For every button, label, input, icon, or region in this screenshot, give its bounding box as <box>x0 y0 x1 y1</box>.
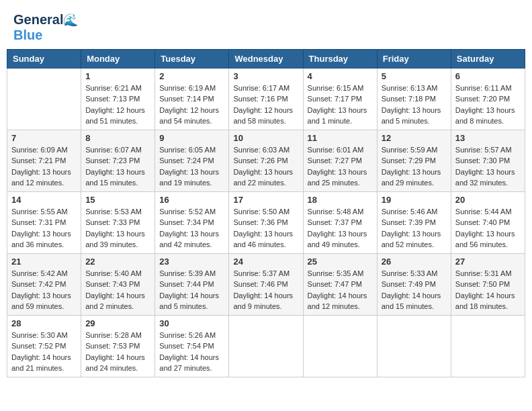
day-info: Sunrise: 6:11 AMSunset: 7:20 PMDaylight:… <box>455 83 521 127</box>
day-number: 7 <box>11 133 77 143</box>
day-info: Sunrise: 6:09 AMSunset: 7:21 PMDaylight:… <box>11 144 77 189</box>
day-info: Sunrise: 5:53 AMSunset: 7:33 PMDaylight:… <box>85 206 150 250</box>
weekday-header-thursday: Thursday <box>303 49 377 68</box>
day-info: Sunrise: 6:19 AMSunset: 7:14 PMDaylight:… <box>159 83 224 127</box>
day-info: Sunrise: 5:59 AMSunset: 7:29 PMDaylight:… <box>382 144 447 189</box>
page-header: General🌊 Blue <box>7 7 525 45</box>
calendar-cell: 4Sunrise: 6:15 AMSunset: 7:17 PMDaylight… <box>303 68 377 130</box>
day-info: Sunrise: 5:39 AMSunset: 7:44 PMDaylight:… <box>159 268 224 312</box>
day-number: 18 <box>308 195 373 205</box>
logo-text: General🌊 Blue <box>13 12 78 42</box>
weekday-header-friday: Friday <box>377 49 451 68</box>
day-info: Sunrise: 6:13 AMSunset: 7:18 PMDaylight:… <box>382 83 447 127</box>
calendar-cell <box>7 68 81 130</box>
weekday-header-monday: Monday <box>81 49 155 68</box>
day-info: Sunrise: 5:48 AMSunset: 7:37 PMDaylight:… <box>308 206 373 250</box>
calendar-cell: 22Sunrise: 5:40 AMSunset: 7:43 PMDayligh… <box>81 253 155 315</box>
day-number: 25 <box>308 257 373 267</box>
day-number: 5 <box>382 71 447 81</box>
day-info: Sunrise: 5:55 AMSunset: 7:31 PMDaylight:… <box>11 206 77 250</box>
calendar-cell: 26Sunrise: 5:33 AMSunset: 7:49 PMDayligh… <box>377 253 451 315</box>
calendar-cell: 9Sunrise: 6:05 AMSunset: 7:24 PMDaylight… <box>155 130 229 191</box>
day-info: Sunrise: 5:46 AMSunset: 7:39 PMDaylight:… <box>382 206 447 250</box>
weekday-header-wednesday: Wednesday <box>229 49 303 68</box>
day-info: Sunrise: 6:15 AMSunset: 7:17 PMDaylight:… <box>308 83 373 127</box>
day-info: Sunrise: 5:31 AMSunset: 7:50 PMDaylight:… <box>455 268 521 312</box>
day-info: Sunrise: 6:01 AMSunset: 7:27 PMDaylight:… <box>308 144 373 189</box>
day-number: 11 <box>308 133 373 143</box>
logo-blue: Blue <box>13 28 42 42</box>
calendar-cell: 7Sunrise: 6:09 AMSunset: 7:21 PMDaylight… <box>7 130 81 191</box>
calendar-cell: 28Sunrise: 5:30 AMSunset: 7:52 PMDayligh… <box>7 315 81 377</box>
weekday-header-saturday: Saturday <box>451 49 525 68</box>
calendar-cell: 2Sunrise: 6:19 AMSunset: 7:14 PMDaylight… <box>155 68 229 130</box>
calendar-cell <box>451 315 525 377</box>
calendar-cell: 25Sunrise: 5:35 AMSunset: 7:47 PMDayligh… <box>303 253 377 315</box>
day-info: Sunrise: 6:21 AMSunset: 7:13 PMDaylight:… <box>85 83 150 127</box>
weekday-header-tuesday: Tuesday <box>155 49 229 68</box>
day-number: 2 <box>159 71 224 81</box>
day-info: Sunrise: 6:17 AMSunset: 7:16 PMDaylight:… <box>233 83 298 127</box>
day-number: 27 <box>455 257 521 267</box>
calendar-cell: 8Sunrise: 6:07 AMSunset: 7:23 PMDaylight… <box>81 130 155 191</box>
day-info: Sunrise: 5:26 AMSunset: 7:54 PMDaylight:… <box>159 330 224 374</box>
calendar-body: 1Sunrise: 6:21 AMSunset: 7:13 PMDaylight… <box>7 68 525 377</box>
day-number: 8 <box>85 133 150 143</box>
day-number: 15 <box>85 195 150 205</box>
day-number: 3 <box>233 71 298 81</box>
day-number: 13 <box>455 133 521 143</box>
day-info: Sunrise: 5:42 AMSunset: 7:42 PMDaylight:… <box>11 268 77 312</box>
calendar-cell: 21Sunrise: 5:42 AMSunset: 7:42 PMDayligh… <box>7 253 81 315</box>
week-row-2: 7Sunrise: 6:09 AMSunset: 7:21 PMDaylight… <box>7 130 525 191</box>
day-info: Sunrise: 5:52 AMSunset: 7:34 PMDaylight:… <box>159 206 224 250</box>
calendar-cell: 12Sunrise: 5:59 AMSunset: 7:29 PMDayligh… <box>377 130 451 191</box>
calendar-cell: 27Sunrise: 5:31 AMSunset: 7:50 PMDayligh… <box>451 253 525 315</box>
logo: General🌊 Blue <box>13 12 78 42</box>
weekday-row: SundayMondayTuesdayWednesdayThursdayFrid… <box>7 49 525 68</box>
day-info: Sunrise: 5:28 AMSunset: 7:53 PMDaylight:… <box>85 330 150 374</box>
day-number: 28 <box>11 318 77 328</box>
week-row-5: 28Sunrise: 5:30 AMSunset: 7:52 PMDayligh… <box>7 315 525 377</box>
calendar-cell: 16Sunrise: 5:52 AMSunset: 7:34 PMDayligh… <box>155 191 229 253</box>
calendar-cell: 29Sunrise: 5:28 AMSunset: 7:53 PMDayligh… <box>81 315 155 377</box>
calendar-table: SundayMondayTuesdayWednesdayThursdayFrid… <box>7 49 525 377</box>
calendar-cell <box>229 315 303 377</box>
day-number: 9 <box>159 133 224 143</box>
calendar-header: SundayMondayTuesdayWednesdayThursdayFrid… <box>7 49 525 68</box>
day-number: 24 <box>233 257 298 267</box>
day-number: 22 <box>85 257 150 267</box>
calendar-cell: 1Sunrise: 6:21 AMSunset: 7:13 PMDaylight… <box>81 68 155 130</box>
weekday-header-sunday: Sunday <box>7 49 81 68</box>
day-info: Sunrise: 6:03 AMSunset: 7:26 PMDaylight:… <box>233 144 298 189</box>
day-number: 12 <box>382 133 447 143</box>
week-row-1: 1Sunrise: 6:21 AMSunset: 7:13 PMDaylight… <box>7 68 525 130</box>
day-number: 20 <box>455 195 521 205</box>
calendar-cell: 18Sunrise: 5:48 AMSunset: 7:37 PMDayligh… <box>303 191 377 253</box>
calendar-cell: 17Sunrise: 5:50 AMSunset: 7:36 PMDayligh… <box>229 191 303 253</box>
calendar-cell: 10Sunrise: 6:03 AMSunset: 7:26 PMDayligh… <box>229 130 303 191</box>
day-info: Sunrise: 5:40 AMSunset: 7:43 PMDaylight:… <box>85 268 150 312</box>
calendar-cell: 5Sunrise: 6:13 AMSunset: 7:18 PMDaylight… <box>377 68 451 130</box>
calendar-cell: 13Sunrise: 5:57 AMSunset: 7:30 PMDayligh… <box>451 130 525 191</box>
calendar-cell: 24Sunrise: 5:37 AMSunset: 7:46 PMDayligh… <box>229 253 303 315</box>
calendar-cell: 23Sunrise: 5:39 AMSunset: 7:44 PMDayligh… <box>155 253 229 315</box>
day-number: 23 <box>159 257 224 267</box>
calendar-cell: 30Sunrise: 5:26 AMSunset: 7:54 PMDayligh… <box>155 315 229 377</box>
day-number: 17 <box>233 195 298 205</box>
day-number: 21 <box>11 257 77 267</box>
day-number: 29 <box>85 318 150 328</box>
calendar-cell: 14Sunrise: 5:55 AMSunset: 7:31 PMDayligh… <box>7 191 81 253</box>
day-number: 26 <box>382 257 447 267</box>
day-number: 30 <box>159 318 224 328</box>
day-number: 14 <box>11 195 77 205</box>
logo-general: General <box>13 12 63 27</box>
week-row-3: 14Sunrise: 5:55 AMSunset: 7:31 PMDayligh… <box>7 191 525 253</box>
day-number: 10 <box>233 133 298 143</box>
day-number: 1 <box>85 71 150 81</box>
calendar-cell: 11Sunrise: 6:01 AMSunset: 7:27 PMDayligh… <box>303 130 377 191</box>
day-number: 4 <box>308 71 373 81</box>
calendar-cell: 3Sunrise: 6:17 AMSunset: 7:16 PMDaylight… <box>229 68 303 130</box>
day-number: 16 <box>159 195 224 205</box>
day-info: Sunrise: 5:33 AMSunset: 7:49 PMDaylight:… <box>382 268 447 312</box>
calendar-cell <box>377 315 451 377</box>
